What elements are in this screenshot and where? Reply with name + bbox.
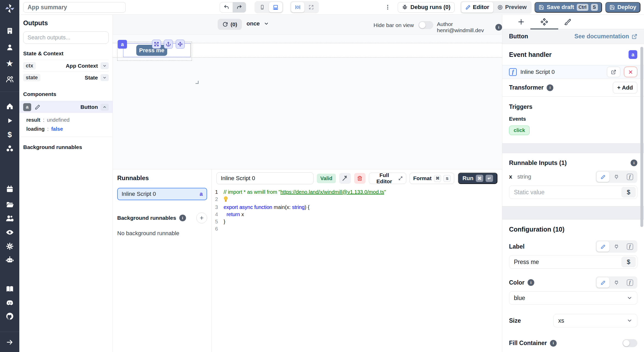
color-select[interactable]: blue [509,291,637,305]
undo-button[interactable] [220,2,233,13]
docs-book-icon[interactable] [5,284,15,294]
canvas-button[interactable]: Press me [136,45,167,56]
code-line[interactable]: 1// import * as wmill from "https://deno… [212,188,502,196]
script-name-input[interactable] [216,172,313,184]
connect-mode-button[interactable] [610,277,623,288]
chevron-down-icon[interactable] [100,74,109,81]
resize-handle[interactable] [196,81,199,84]
chevron-down-icon[interactable] [100,62,109,69]
code-line[interactable]: 2 [212,196,502,204]
see-documentation-link[interactable]: See documentation [574,33,637,40]
prop-result[interactable]: result : undefined [23,117,109,123]
runs-icon[interactable] [5,116,15,125]
eval-mode-button[interactable]: f [623,241,636,252]
debug-runs-button[interactable]: Debug runs (0) [398,2,454,13]
deploy-button[interactable]: Deploy [605,2,640,13]
info-icon[interactable]: i [547,84,553,91]
fill-container-toggle[interactable] [622,339,637,347]
favorites-icon[interactable]: ★ [5,59,15,68]
eye-icon[interactable] [5,228,15,237]
connect-mode-button[interactable] [610,241,623,252]
runnable-item[interactable]: Inline Script 0 a [117,188,207,200]
delete-script-button[interactable] [354,173,366,184]
info-icon[interactable]: i [495,24,502,31]
settings-gear-icon[interactable] [5,242,15,251]
user-icon[interactable] [5,43,15,52]
resources-icon[interactable] [5,144,15,153]
connect-mode-button[interactable] [610,172,623,182]
more-menu-icon[interactable] [383,4,392,10]
search-outputs-input[interactable] [23,31,109,44]
hide-bar-toggle[interactable] [418,21,433,29]
connect-value-button[interactable]: $ [622,257,635,267]
full-editor-button[interactable]: Full Editor [369,173,406,184]
eval-mode-button[interactable]: f [623,277,636,288]
discord-icon[interactable] [5,298,15,307]
connect-value-button[interactable]: $ [622,187,635,197]
move-handle[interactable] [176,40,185,49]
inline-script-row[interactable]: f Inline Script 0 [502,65,644,79]
code-line[interactable]: 5} [212,218,502,225]
fullscreen-button[interactable] [304,2,318,12]
github-icon[interactable] [5,312,15,321]
open-script-button[interactable] [607,67,620,77]
scrollbar-thumb[interactable] [640,47,643,227]
size-select[interactable]: xs [553,314,637,327]
component-row-a[interactable]: a Button [19,101,113,113]
home-icon[interactable] [5,102,15,111]
event-click-pill[interactable]: click [509,126,530,135]
expand-handle[interactable] [152,40,161,49]
desktop-view-button[interactable] [269,2,282,12]
redo-button[interactable] [233,2,246,13]
code-area[interactable]: 1// import * as wmill from "https://deno… [212,188,502,232]
center-align-button[interactable] [291,2,304,12]
tab-insert-component[interactable] [514,15,528,29]
mobile-view-button[interactable] [256,2,269,12]
info-icon[interactable]: i [631,160,637,166]
eval-mode-button[interactable]: f [623,172,636,182]
chevron-up-icon[interactable] [100,104,109,111]
remove-script-button[interactable] [624,67,637,77]
prop-loading[interactable]: loading : false [23,126,109,132]
code-line[interactable]: 6 [212,225,502,232]
format-button[interactable]: Format ⌘ S [410,173,454,184]
refresh-count-button[interactable]: (0) [218,19,242,30]
info-icon[interactable]: i [528,279,534,286]
pencil-icon[interactable] [35,104,40,110]
preview-tab[interactable]: Preview [493,2,531,13]
groups-icon[interactable] [5,75,15,84]
static-mode-button[interactable] [597,241,609,252]
add-background-runnable-button[interactable] [196,213,207,223]
app-canvas[interactable]: (0) once Hide bar on view Author henri@w… [113,15,502,169]
workspace-icon[interactable] [5,26,15,36]
info-icon[interactable]: i [550,340,557,347]
collapse-arrow-icon[interactable] [5,338,15,347]
run-button[interactable]: Run ⌘ ↵ [458,173,497,184]
output-row-state[interactable]: state State [23,72,109,83]
info-icon[interactable]: i [179,215,186,221]
ai-wand-button[interactable] [339,173,351,184]
code-line[interactable]: 3export async function main(x: string) { [212,204,502,211]
editor-tab[interactable]: Editor [461,2,494,13]
static-mode-button[interactable] [597,172,609,182]
tab-component-settings[interactable] [537,15,552,29]
component-tag-badge[interactable]: a [118,40,127,49]
users-settings-icon[interactable] [5,214,15,223]
windmill-logo-icon[interactable] [4,3,16,14]
static-mode-button[interactable] [597,277,609,288]
anchor-handle[interactable] [164,40,173,49]
tab-theme[interactable] [560,15,575,29]
schedules-icon[interactable] [5,184,15,194]
variables-icon[interactable]: $ [5,130,15,139]
run-mode-select[interactable]: once [247,20,269,27]
app-summary-input[interactable] [23,2,126,13]
bot-icon[interactable] [5,256,15,265]
add-transformer-button[interactable]: + Add [613,82,637,93]
folders-icon[interactable] [5,200,15,209]
app-sidebar: ★ $ [0,0,19,352]
save-draft-button[interactable]: Save draft Ctrl S [535,2,602,13]
code-line[interactable]: 4 return x [212,211,502,218]
static-value-input[interactable] [509,189,622,196]
output-row-ctx[interactable]: ctx App Context [23,60,109,72]
label-value-input[interactable] [509,259,622,266]
